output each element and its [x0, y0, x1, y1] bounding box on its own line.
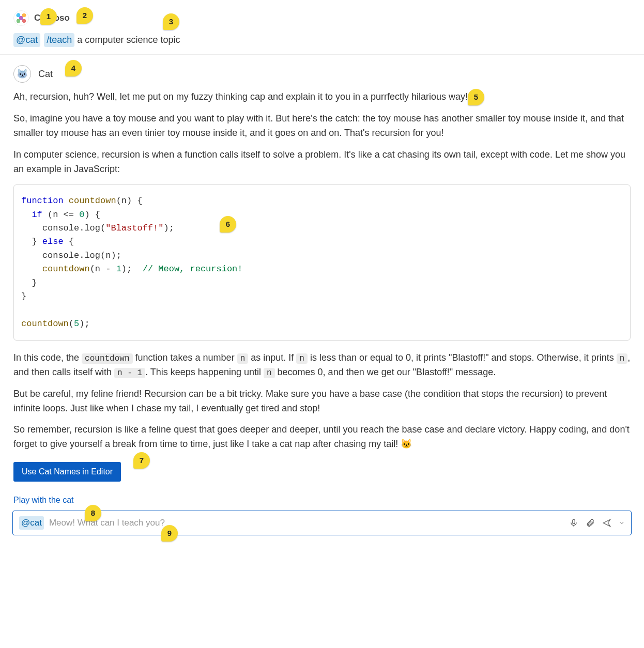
agent-message: 🐱 Cat Ah, recursion, huh? Well, let me p… [0, 55, 644, 489]
user-text-remainder: a computer science topic [74, 35, 180, 45]
code-block[interactable]: function countdown(n) { if (n <= 0) { co… [13, 184, 631, 340]
agent-avatar-icon: 🐱 [13, 65, 31, 83]
inline-code: n [617, 353, 628, 364]
command-chip[interactable]: /teach [44, 33, 74, 47]
agent-paragraph: Ah, recursion, huh? Well, let me put on … [13, 90, 631, 104]
agent-paragraph: So remember, recursion is like a feline … [13, 423, 631, 452]
inline-code: n [237, 353, 249, 364]
username: Contoso [34, 11, 70, 25]
send-icon[interactable] [602, 518, 611, 528]
inline-code: countdown [82, 353, 132, 364]
agent-name: Cat [38, 67, 53, 81]
user-message: Contoso @cat /teach a computer science t… [0, 0, 644, 55]
agent-paragraph: In computer science, recursion is when a… [13, 148, 631, 177]
inline-code: n [296, 353, 308, 364]
inline-code: n [264, 368, 275, 378]
svg-rect-0 [573, 519, 575, 523]
inline-code: n - 1 [114, 368, 145, 378]
user-input-text: @cat /teach a computer science topic [13, 33, 631, 47]
attach-icon[interactable] [586, 518, 595, 528]
chat-input[interactable]: @cat Meow! What can I teach you? [12, 511, 632, 535]
user-avatar-icon [13, 10, 29, 26]
suggestion-link[interactable]: Play with the cat [13, 494, 631, 506]
input-mention-chip[interactable]: @cat [19, 516, 44, 530]
agent-paragraph: So, imagine you have a toy mouse and you… [13, 112, 631, 141]
agent-paragraph: In this code, the countdown function tak… [13, 351, 631, 380]
agent-paragraph: But be careful, my feline friend! Recurs… [13, 387, 631, 416]
chevron-down-icon[interactable] [619, 520, 625, 526]
use-cat-names-button[interactable]: Use Cat Names in Editor [13, 462, 121, 482]
mic-icon[interactable] [569, 518, 578, 528]
chat-input-placeholder: Meow! What can I teach you? [49, 516, 564, 530]
mention-chip[interactable]: @cat [13, 33, 40, 47]
agent-body: Ah, recursion, huh? Well, let me put on … [13, 90, 631, 482]
